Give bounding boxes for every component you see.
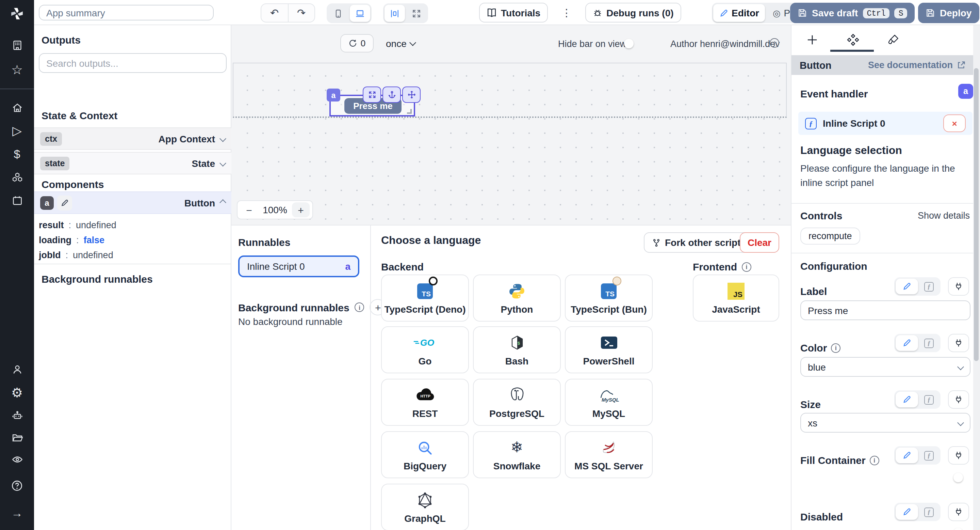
- lang-card-snowflake[interactable]: ❄ Snowflake: [473, 431, 561, 478]
- connect-plug-icon[interactable]: [948, 503, 969, 521]
- chevron-down-icon[interactable]: [220, 160, 226, 166]
- info-icon[interactable]: i: [355, 302, 364, 312]
- runnable-item-inline-script-0[interactable]: Inline Script 0 a: [238, 255, 360, 277]
- undo-button[interactable]: ↶: [261, 4, 288, 22]
- zoom-in-button[interactable]: +: [292, 202, 310, 217]
- zoom-level: 100%: [258, 204, 292, 215]
- lang-card-mysql[interactable]: MySQL MySQL: [565, 379, 653, 426]
- info-icon[interactable]: i: [870, 455, 879, 465]
- info-icon[interactable]: i: [770, 38, 779, 48]
- desktop-view-icon[interactable]: [350, 5, 370, 22]
- chevron-down-icon[interactable]: [409, 39, 416, 46]
- runs-icon[interactable]: ▷: [0, 122, 34, 140]
- tab-editor[interactable]: Editor: [713, 4, 765, 22]
- component-row-button[interactable]: a Button: [34, 192, 231, 214]
- mobile-view-icon[interactable]: [328, 5, 348, 22]
- home-icon[interactable]: [0, 99, 34, 117]
- lang-card-mssql[interactable]: MS SQL Server: [565, 431, 653, 478]
- function-mode-icon[interactable]: ƒ: [919, 448, 939, 463]
- debug-runs-button[interactable]: Debug runs (0): [585, 3, 681, 22]
- function-mode-icon[interactable]: ƒ: [919, 504, 939, 520]
- scrollbar-thumb[interactable]: [974, 68, 978, 361]
- resize-handle[interactable]: [407, 109, 412, 114]
- clear-button[interactable]: Clear: [740, 232, 779, 253]
- full-width-icon[interactable]: [406, 5, 427, 22]
- windmill-logo[interactable]: [10, 6, 24, 21]
- fork-other-script-button[interactable]: Fork other script: [644, 232, 749, 253]
- connect-plug-icon[interactable]: [948, 446, 969, 465]
- size-select[interactable]: xs: [800, 413, 970, 433]
- rename-pencil-icon[interactable]: [57, 195, 72, 210]
- lang-card-python[interactable]: Python: [473, 275, 561, 322]
- search-outputs-input[interactable]: [39, 53, 227, 73]
- remove-script-button[interactable]: ×: [943, 115, 966, 132]
- lang-card-bash[interactable]: $ Bash: [473, 326, 561, 373]
- tab-component-settings-icon[interactable]: [845, 31, 861, 48]
- lang-card-go[interactable]: GO Go: [381, 326, 469, 373]
- static-pencil-icon[interactable]: [896, 279, 918, 294]
- settings-gear-icon[interactable]: ⚙: [0, 383, 34, 401]
- lang-card-rest[interactable]: HTTP REST: [381, 379, 469, 426]
- chevron-up-icon[interactable]: [220, 199, 226, 206]
- inline-script-row[interactable]: ƒ Inline Script 0 ×: [798, 112, 972, 135]
- pen-icon: [719, 8, 728, 18]
- canvas-grid[interactable]: a Press me: [233, 63, 787, 221]
- connect-plug-icon[interactable]: [948, 277, 969, 296]
- lang-card-powershell[interactable]: PowerShell: [565, 326, 653, 373]
- app-summary-input[interactable]: [39, 5, 214, 21]
- more-options-icon[interactable]: ⋮: [562, 7, 572, 19]
- static-pencil-icon[interactable]: [896, 335, 918, 351]
- move-handle-icon[interactable]: [402, 86, 421, 103]
- save-draft-button[interactable]: Save draft Ctrl S: [790, 3, 915, 23]
- help-icon[interactable]: [0, 477, 34, 495]
- show-details-link[interactable]: Show details: [913, 211, 970, 221]
- schedules-icon[interactable]: [0, 192, 34, 209]
- lang-card-javascript[interactable]: JS JavaScript: [693, 275, 779, 322]
- see-documentation-link[interactable]: See documentation: [868, 60, 966, 70]
- resources-icon[interactable]: [0, 168, 34, 186]
- favorites-icon[interactable]: ☆: [0, 61, 34, 78]
- refresh-mode-dropdown[interactable]: once: [386, 38, 407, 49]
- variables-icon[interactable]: $: [0, 145, 34, 163]
- static-pencil-icon[interactable]: [896, 448, 918, 463]
- connect-plug-icon[interactable]: [948, 390, 969, 409]
- redo-button[interactable]: ↷: [288, 4, 314, 22]
- anchor-handle-icon[interactable]: [382, 86, 401, 103]
- connect-plug-icon[interactable]: [948, 334, 969, 352]
- divider: [791, 253, 974, 254]
- zoom-out-button[interactable]: −: [240, 203, 258, 216]
- expand-handle-icon[interactable]: [363, 86, 381, 103]
- label-value-input[interactable]: [800, 300, 970, 320]
- static-pencil-icon[interactable]: [896, 504, 918, 520]
- static-pencil-icon[interactable]: [896, 392, 918, 407]
- output-row-ctx[interactable]: ctx App Context: [34, 128, 231, 150]
- function-mode-icon[interactable]: ƒ: [919, 335, 939, 351]
- user-icon[interactable]: [0, 360, 34, 378]
- lang-card-bigquery[interactable]: BigQuery: [381, 431, 469, 478]
- ai-robot-icon[interactable]: [0, 407, 34, 425]
- tab-insert-plus-icon[interactable]: [804, 31, 820, 48]
- chevron-down-icon[interactable]: [220, 135, 226, 142]
- info-icon[interactable]: i: [831, 343, 840, 353]
- lang-card-typescript-deno[interactable]: TS TypeScript (Deno): [381, 275, 469, 322]
- output-row-state[interactable]: state State: [34, 152, 231, 174]
- function-mode-icon[interactable]: ƒ: [919, 392, 939, 407]
- center-content-icon[interactable]: [385, 5, 405, 22]
- lang-card-typescript-bun[interactable]: TS TypeScript (Bun): [565, 275, 653, 322]
- lang-card-postgresql[interactable]: PostgreSQL: [473, 379, 561, 426]
- tutorials-button[interactable]: Tutorials: [479, 3, 548, 22]
- folders-icon[interactable]: [0, 428, 34, 446]
- lang-card-graphql[interactable]: GraphQL: [381, 484, 469, 530]
- recompute-button[interactable]: recompute: [800, 228, 860, 244]
- tab-styling-brush-icon[interactable]: [885, 31, 901, 48]
- info-icon[interactable]: i: [742, 262, 751, 271]
- deploy-button[interactable]: Deploy: [918, 3, 979, 23]
- function-mode-icon[interactable]: ƒ: [919, 279, 939, 294]
- workspace-icon[interactable]: [0, 36, 34, 54]
- color-select[interactable]: blue: [800, 357, 970, 377]
- editor-label: Editor: [732, 8, 759, 18]
- collapse-arrow-icon[interactable]: →: [0, 504, 34, 522]
- refresh-counter[interactable]: 0: [340, 34, 374, 53]
- eye-icon[interactable]: [0, 450, 34, 468]
- event-handler-badge: a: [958, 84, 973, 99]
